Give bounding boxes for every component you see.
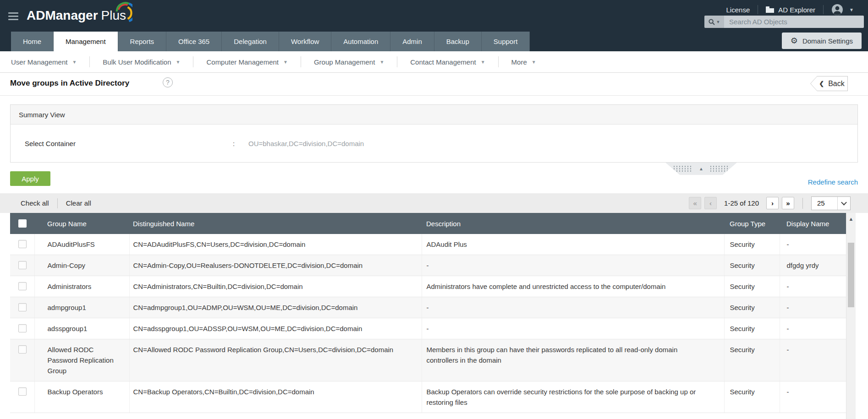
field-colon: : <box>233 140 235 147</box>
redefine-search-link[interactable]: Redefine search <box>808 178 858 186</box>
collapse-arrow-icon: ▲ <box>699 166 703 171</box>
search-input[interactable] <box>724 16 864 28</box>
cell-description: Backup Operators can override security r… <box>422 381 724 413</box>
ad-explorer-link[interactable]: AD Explorer <box>758 6 823 14</box>
column-header-group-name[interactable]: Group Name <box>34 213 129 234</box>
row-checkbox[interactable] <box>18 387 27 396</box>
column-header-display-name[interactable]: Display Name <box>780 213 846 234</box>
column-header-group-type[interactable]: Group Type <box>724 213 780 234</box>
check-all-link[interactable]: Check all <box>21 199 49 207</box>
summary-view-title: Summary View <box>19 111 65 119</box>
tab-delegation[interactable]: Delegation <box>222 32 279 51</box>
cell-distinguished-name: CN=ADAuditPlusFS,CN=Users,DC=division,DC… <box>129 234 422 255</box>
table-header-row: Group Name Distinguished Name Descriptio… <box>10 213 846 234</box>
column-header-description[interactable]: Description <box>422 213 724 234</box>
subnav-item-user-management[interactable]: User Management▼ <box>11 58 89 66</box>
chevron-down-icon: ▼ <box>716 20 720 24</box>
page-size-dropdown[interactable] <box>837 197 850 210</box>
clear-all-link[interactable]: Clear all <box>66 199 91 207</box>
cell-display-name: - <box>780 339 846 381</box>
back-button-label: Back <box>828 80 845 88</box>
row-checkbox[interactable] <box>18 261 27 269</box>
subnav-item-bulk-user-modification[interactable]: Bulk User Modification▼ <box>90 58 193 66</box>
cell-display-name: - <box>780 234 846 255</box>
cell-group-type: Security <box>724 339 780 381</box>
product-logo[interactable]: ADManagerPlus <box>27 8 126 23</box>
page-size-value: 25 <box>812 199 837 207</box>
divider <box>57 198 58 208</box>
subnav-item-contact-management[interactable]: Contact Management▼ <box>397 58 498 66</box>
cell-description: ADAudit Plus <box>422 234 724 255</box>
cell-group-name: Admin-Copy <box>34 255 129 276</box>
table-row: adsspgroup1CN=adsspgroup1,OU=ADSSP,OU=WS… <box>10 318 846 339</box>
column-header-distinguished-name[interactable]: Distinguished Name <box>129 213 422 234</box>
row-checkbox[interactable] <box>18 324 27 332</box>
prev-page-button[interactable]: ‹ <box>704 197 717 209</box>
tab-support[interactable]: Support <box>482 32 530 51</box>
subnav-item-computer-management[interactable]: Computer Management▼ <box>193 58 301 66</box>
subnav-item-more[interactable]: More▼ <box>499 58 549 66</box>
help-icon[interactable]: ? <box>163 77 173 87</box>
tab-management[interactable]: Management <box>54 32 118 51</box>
vertical-scrollbar[interactable]: ▲ <box>846 213 856 419</box>
cell-distinguished-name: CN=Allowed RODC Password Replication Gro… <box>129 339 422 381</box>
page-size-select[interactable]: 25 <box>811 196 851 210</box>
scroll-up-arrow-icon[interactable]: ▲ <box>846 216 856 222</box>
tab-reports[interactable]: Reports <box>118 32 167 51</box>
tab-backup[interactable]: Backup <box>434 32 482 51</box>
row-checkbox[interactable] <box>18 282 27 290</box>
row-checkbox-cell <box>10 339 34 381</box>
cell-description: Members in this group can have their pas… <box>422 339 724 381</box>
cell-display-name: - <box>780 276 846 297</box>
row-checkbox-cell <box>10 297 34 318</box>
header-checkbox-cell <box>10 213 34 234</box>
subnav-item-label: Computer Management <box>206 58 279 66</box>
table-row: AdministratorsCN=Administrators,CN=Built… <box>10 276 846 297</box>
grip-dots-icon <box>709 165 730 172</box>
row-checkbox[interactable] <box>18 240 27 248</box>
summary-view-body: Select Container : OU=bhaskar,DC=divisio… <box>11 125 857 162</box>
search-category-dropdown[interactable]: ▼ <box>704 16 724 28</box>
chevron-down-icon: ▼ <box>532 60 536 65</box>
row-checkbox[interactable] <box>18 303 27 311</box>
cell-group-name: ADAuditPlusFS <box>34 234 129 255</box>
cell-group-type: Security <box>724 255 780 276</box>
subnav-item-label: User Management <box>11 58 67 66</box>
tab-home[interactable]: Home <box>11 32 54 51</box>
chevron-down-icon: ▼ <box>72 60 77 65</box>
list-toolbar: Check all Clear all « ‹ 1-25 of 120 › » … <box>0 193 868 213</box>
page-range-label: 1-25 of 120 <box>724 199 759 207</box>
subnav-item-group-management[interactable]: Group Management▼ <box>301 58 397 66</box>
cell-group-type: Security <box>724 381 780 413</box>
cell-group-name: Administrators <box>34 276 129 297</box>
apply-button[interactable]: Apply <box>10 171 50 186</box>
license-link[interactable]: License <box>719 6 758 14</box>
row-checkbox-cell <box>10 318 34 339</box>
last-page-button[interactable]: » <box>782 197 794 209</box>
collapse-handle[interactable]: ▲ <box>665 163 737 175</box>
row-checkbox[interactable] <box>18 345 27 354</box>
domain-settings-button[interactable]: ⚙ Domain Settings <box>782 33 862 49</box>
tab-admin[interactable]: Admin <box>390 32 434 51</box>
select-all-checkbox[interactable] <box>18 219 27 228</box>
cell-group-type: Security <box>724 234 780 255</box>
next-page-button[interactable]: › <box>766 197 779 209</box>
first-page-button[interactable]: « <box>689 197 701 209</box>
cell-group-name: adsspgroup1 <box>34 318 129 339</box>
ad-object-search: ▼ <box>704 16 864 28</box>
user-account-menu[interactable]: ▼ <box>824 4 862 16</box>
tab-automation[interactable]: Automation <box>331 32 390 51</box>
back-button[interactable]: ❮ Back <box>810 76 848 91</box>
product-logo-bold: ADManager <box>27 8 98 22</box>
cell-description: Administrators have complete and unrestr… <box>422 276 724 297</box>
select-container-label: Select Container <box>25 140 76 147</box>
subnav-item-label: More <box>511 58 527 66</box>
tab-workflow[interactable]: Workflow <box>279 32 331 51</box>
scrollbar-thumb[interactable] <box>848 243 854 307</box>
tab-office-365[interactable]: Office 365 <box>166 32 222 51</box>
logo-swoosh-icon <box>115 1 132 23</box>
cell-group-type: Security <box>724 318 780 339</box>
cell-description: - <box>422 297 724 318</box>
hamburger-menu-icon[interactable] <box>8 12 18 20</box>
groups-table: Group Name Distinguished Name Descriptio… <box>10 213 846 413</box>
